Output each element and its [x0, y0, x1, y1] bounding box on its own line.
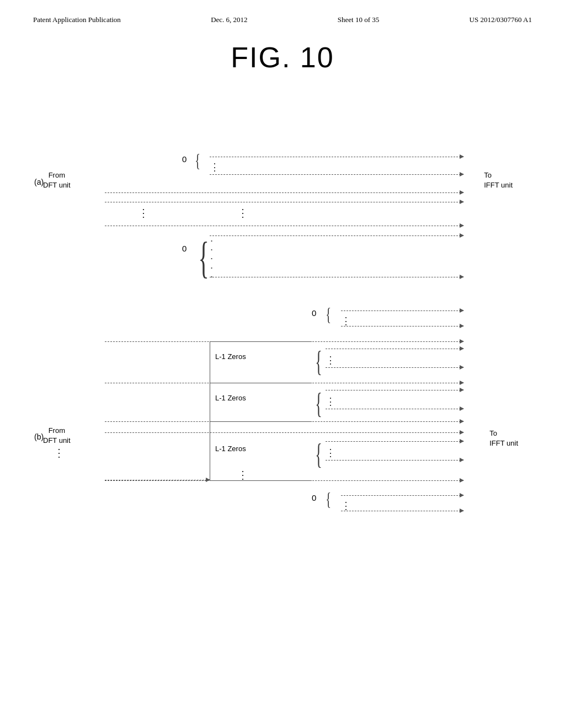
arrow-lz2b [326, 409, 463, 409]
sep-a3 [105, 226, 463, 226]
page-header: Patent Application Publication Dec. 6, 2… [0, 0, 565, 24]
brace-lz3: { [315, 438, 322, 470]
part-b-label: (b) [34, 432, 44, 441]
zero-b1: 0 [312, 308, 316, 318]
brace-lz2: { [315, 387, 322, 420]
vdots-b-center: ⋮ [237, 468, 248, 481]
to-b-label: ToIFFT unit [489, 429, 518, 448]
vdots-lz3: ⋮ [326, 447, 335, 459]
from-a-label: FromDFT unit [43, 170, 71, 190]
to-a-label: ToIFFT unit [484, 170, 513, 190]
arrow-lz1a [326, 349, 463, 349]
arrow-b1 [341, 311, 463, 311]
from-b-label: FromDFT unit [43, 426, 71, 446]
arrow-a1 [210, 157, 463, 157]
part-a-label: (a) [34, 178, 44, 186]
arrow-b2 [341, 326, 463, 326]
zero-b2: 0 [312, 493, 316, 502]
figure-title: FIG. 10 [0, 41, 565, 74]
sep-b4 [105, 432, 463, 433]
vdots-a1: ⋮ [210, 161, 220, 173]
arrow-lz3b [326, 460, 463, 461]
vdots-b1: ⋮ [341, 315, 351, 327]
header-sheet: Sheet 10 of 35 [338, 15, 379, 24]
zero-a2: 0 [182, 244, 186, 253]
lzeros3: L-1 Zeros [215, 445, 246, 453]
diagram-area: (a) FromDFT unit ToIFFT unit 0 { ⋮ ⋮ ⋮ 0… [0, 79, 565, 719]
header-right: US 2012/0307760 A1 [470, 15, 532, 24]
arrow-b-bot1 [341, 495, 463, 496]
header-left: Patent Application Publication [33, 15, 121, 24]
v-line-b-left [210, 341, 210, 480]
zero-a1: 0 [182, 154, 186, 164]
h-conn-1 [210, 341, 312, 342]
arrow-lz3a [326, 441, 463, 442]
brace-a2: { [199, 233, 209, 283]
dots-a2: ••••• [211, 237, 212, 281]
vdots-b-bot: ⋮ [341, 500, 351, 512]
brace-b2-bottom: { [326, 489, 331, 510]
brace-lz1: { [315, 345, 322, 378]
arrow-lz1b [326, 367, 463, 368]
vdots-b-left: ⋮ [54, 446, 65, 459]
h-conn-2 [210, 383, 312, 383]
brace-b1: { [326, 304, 331, 325]
arrow-a3 [210, 235, 463, 236]
arrow-b-bot2 [341, 511, 463, 511]
arrow-a2 [210, 174, 463, 175]
header-middle: Dec. 6, 2012 [211, 15, 247, 24]
vdots-a-left: ⋮ [138, 206, 149, 220]
arrow-lz2a [326, 390, 463, 390]
arrow-a4 [210, 277, 463, 277]
vdots-a-center: ⋮ [237, 206, 248, 220]
lzeros2: L-1 Zeros [215, 394, 246, 402]
vdots-lz1: ⋮ [326, 354, 335, 366]
h-conn-3 [210, 421, 312, 422]
arrow-main-b [105, 480, 210, 480]
sep-a1 [105, 192, 463, 193]
sep-a2 [105, 202, 463, 202]
h-conn-4 [210, 480, 312, 481]
vdots-lz2: ⋮ [326, 395, 335, 408]
lzeros1: L-1 Zeros [215, 352, 246, 361]
brace-a1: { [195, 150, 200, 171]
